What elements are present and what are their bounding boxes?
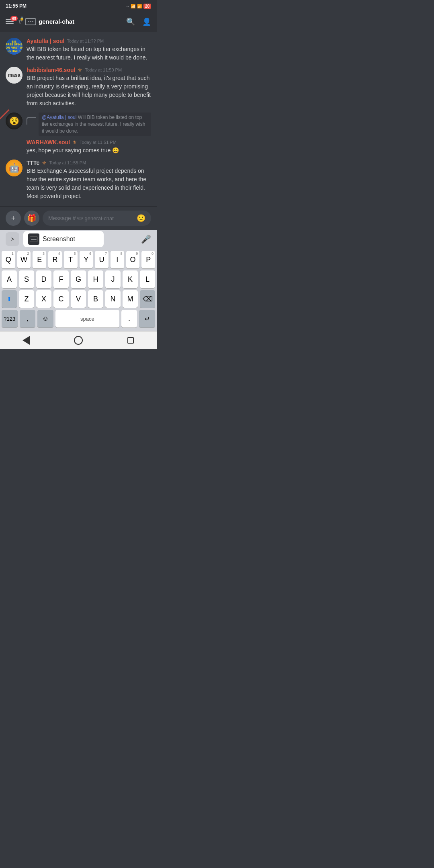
key-p[interactable]: P0: [141, 251, 155, 268]
avatar-ayatulla: BIBFREE SPINSFOR FIRST 500REGISTRATIONS: [6, 38, 23, 55]
timestamp-tttc: Today at 11:55 PM: [49, 160, 86, 165]
key-l-label: L: [145, 275, 149, 284]
key-v-label: V: [76, 295, 81, 303]
gift-button[interactable]: 🎁: [24, 211, 39, 226]
key-j[interactable]: J: [105, 270, 121, 288]
input-placeholder: Message # general-chat: [48, 215, 114, 221]
key-y[interactable]: Y6: [80, 251, 93, 268]
keyboard-row-3: ⬆ Z X C V B N M ⌫: [0, 290, 157, 308]
emoji-keyboard-icon: ☺: [42, 315, 49, 322]
key-v[interactable]: V: [71, 290, 86, 308]
channel-info: #🔒 general-chat: [18, 17, 126, 26]
key-a[interactable]: A: [2, 270, 17, 288]
notification-badge: 65: [10, 16, 18, 21]
comma-label: ,: [27, 316, 29, 322]
nav-back-button[interactable]: [14, 333, 38, 348]
key-backspace[interactable]: ⌫: [140, 290, 155, 308]
key-h-label: H: [93, 275, 98, 284]
key-emoji[interactable]: ☺: [37, 310, 53, 328]
key-k-label: K: [128, 275, 133, 284]
key-period[interactable]: .: [121, 310, 137, 328]
profile-button[interactable]: 👤: [142, 17, 151, 26]
key-c[interactable]: C: [53, 290, 69, 308]
key-e[interactable]: E3: [33, 251, 46, 268]
key-k[interactable]: K: [123, 270, 138, 288]
mic-button[interactable]: 🎤: [141, 234, 151, 244]
emoji-button[interactable]: 🙂: [137, 214, 145, 223]
key-b[interactable]: B: [88, 290, 103, 308]
key-shift[interactable]: ⬆: [2, 290, 17, 308]
status-time: 11:55 PM: [6, 3, 27, 9]
typing-small-icon: [77, 217, 83, 219]
key-x[interactable]: X: [36, 290, 51, 308]
key-z-label: Z: [25, 295, 29, 303]
key-5-number: 5: [74, 252, 76, 256]
message-text-tttc: BIB Exchange A successful project depend…: [27, 167, 151, 201]
key-u-label: U: [99, 256, 104, 264]
period-label: .: [128, 315, 130, 323]
key-o[interactable]: O9: [126, 251, 140, 268]
numbers-label: ?123: [4, 316, 15, 322]
key-a-label: A: [7, 275, 12, 284]
message-ayatulla: BIBFREE SPINSFOR FIRST 500REGISTRATIONS …: [0, 35, 157, 64]
key-s[interactable]: S: [19, 270, 34, 288]
avatar-tttc: 🤖: [6, 160, 23, 176]
key-0-number: 0: [151, 252, 154, 256]
keyboard-suggestions-bar: > Screenshot 🎤: [0, 230, 157, 248]
key-d[interactable]: D: [36, 270, 51, 288]
key-4-number: 4: [58, 252, 60, 256]
key-space[interactable]: space: [55, 310, 119, 328]
add-button[interactable]: +: [6, 211, 21, 226]
avatar-warhawk: 😵: [6, 113, 23, 129]
keyboard-row-2: A S D F G H J K L: [0, 270, 157, 288]
avatar-image-ayatulla: BIBFREE SPINSFOR FIRST 500REGISTRATIONS: [6, 38, 23, 55]
key-y-label: Y: [84, 256, 88, 264]
key-r-label: R: [52, 256, 57, 264]
key-g[interactable]: G: [71, 270, 86, 288]
message-habib: masa habibislam46.soul ⚜ Today at 11:50 …: [0, 64, 157, 110]
message-tttc: 🤖 TTTc ⚜ Today at 11:55 PM BIB Exchange …: [0, 157, 157, 203]
key-l[interactable]: L: [140, 270, 155, 288]
key-r[interactable]: R4: [48, 251, 62, 268]
key-b-label: B: [93, 295, 98, 303]
key-t[interactable]: T5: [64, 251, 78, 268]
key-s-label: S: [24, 275, 29, 284]
key-h[interactable]: H: [88, 270, 103, 288]
key-1-number: 1: [12, 252, 14, 256]
key-i[interactable]: I8: [111, 251, 124, 268]
back-triangle-icon: [23, 336, 30, 345]
suggestion-chevron-button[interactable]: >: [6, 232, 19, 246]
nav-recents-button[interactable]: [119, 333, 143, 348]
key-j-label: J: [111, 275, 115, 284]
wifi-icon: 📶: [137, 4, 142, 8]
backspace-icon: ⌫: [143, 295, 153, 303]
key-comma[interactable]: ,: [20, 310, 36, 328]
key-z[interactable]: Z: [19, 290, 34, 308]
key-u[interactable]: U7: [95, 251, 108, 268]
key-return[interactable]: ↵: [139, 310, 155, 328]
key-7-number: 7: [105, 252, 107, 256]
message-text-input[interactable]: Message # general-chat 🙂: [43, 211, 151, 226]
message-warhawk: 😵 @Ayatulla | soul Will BIB token be lis…: [0, 110, 157, 157]
avatar-image-tttc: 🤖: [6, 160, 23, 176]
plus-icon: +: [11, 214, 16, 223]
key-q[interactable]: Q1: [2, 251, 15, 268]
fleur-icon-tttc: ⚜: [42, 160, 47, 166]
fleur-icon-warhawk: ⚜: [72, 139, 77, 145]
key-n[interactable]: N: [105, 290, 121, 308]
key-w[interactable]: W2: [17, 251, 31, 268]
key-9-number: 9: [136, 252, 138, 256]
key-m[interactable]: M: [123, 290, 138, 308]
keyboard-row-1: Q1 W2 E3 R4 T5 Y6 U7 I8 O9 P0: [0, 251, 157, 268]
home-circle-icon: [74, 336, 83, 345]
key-numbers[interactable]: ?123: [2, 310, 18, 328]
key-f[interactable]: F: [53, 270, 69, 288]
screenshot-suggestion[interactable]: Screenshot: [23, 231, 104, 247]
chat-area: BIBFREE SPINSFOR FIRST 500REGISTRATIONS …: [0, 32, 157, 206]
key-6-number: 6: [89, 252, 91, 256]
menu-button[interactable]: 65: [6, 19, 14, 24]
keyboard[interactable]: Q1 W2 E3 R4 T5 Y6 U7 I8 O9 P0 A S D F G …: [0, 248, 157, 331]
search-button[interactable]: 🔍: [126, 17, 135, 26]
nav-home-button[interactable]: [66, 333, 90, 348]
message-content-ayatulla: Ayatulla | soul Today at 11:?? PM Will B…: [27, 38, 151, 62]
